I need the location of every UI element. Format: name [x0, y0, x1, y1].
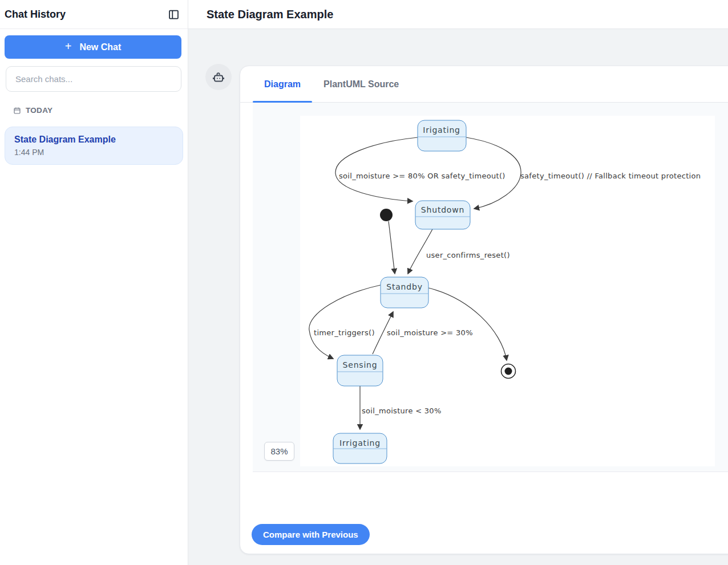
final-state	[501, 364, 516, 379]
avatar	[205, 64, 232, 90]
today-label: TODAY	[26, 106, 52, 115]
state-label: Shutdown	[421, 205, 464, 214]
plus-icon: +	[65, 40, 72, 53]
edge-standby-sensing	[309, 285, 381, 359]
zoom-level-value: 83%	[270, 446, 288, 456]
today-section-header: TODAY	[13, 106, 188, 115]
state-irigating-top: Irigating	[418, 120, 466, 151]
transition-label: safety_timeout() // Fallback timeout pro…	[520, 172, 701, 180]
tab-bar: Diagram PlantUML Source	[240, 66, 728, 103]
transition-label: soil_moisture >= 30%	[387, 328, 473, 337]
sidebar-toggle-icon[interactable]	[167, 8, 180, 21]
tab-plantuml-source-label: PlantUML Source	[323, 79, 399, 90]
diagram-viewport[interactable]: Irigating Shutdown Standby	[253, 103, 728, 472]
tab-diagram-label: Diagram	[264, 79, 301, 90]
transition-label: timer_triggers()	[314, 328, 375, 337]
compare-with-previous-button[interactable]: Compare with Previous	[252, 524, 370, 545]
state-label: Irigating	[423, 125, 460, 135]
app: Chat History + New Chat TODAY Sta	[0, 0, 728, 565]
state-sensing: Sensing	[337, 355, 383, 386]
transition-label: soil_moisture >= 80% OR safety_timeout()	[339, 172, 505, 180]
transition-label: soil_moisture < 30%	[362, 407, 442, 415]
state-standby: Standby	[381, 277, 428, 308]
state-shutdown: Shutdown	[415, 201, 470, 229]
new-chat-label: New Chat	[79, 42, 121, 52]
page-title: State Diagram Example	[207, 8, 333, 21]
state-irrigating-bottom: Irrigating	[333, 433, 387, 464]
edge-initial-standby	[389, 221, 395, 274]
chat-history-sidebar: Chat History + New Chat TODAY Sta	[0, 0, 188, 565]
chat-list-item[interactable]: State Diagram Example 1:44 PM	[5, 127, 183, 165]
tab-diagram[interactable]: Diagram	[253, 66, 312, 102]
chat-item-time: 1:44 PM	[14, 148, 173, 157]
state-diagram-svg: Irigating Shutdown Standby	[300, 116, 715, 466]
main-panel: State Diagram Example Diagram	[188, 0, 728, 565]
main-header: State Diagram Example	[188, 0, 728, 29]
initial-state-dot	[380, 209, 393, 221]
transition-label: user_confirms_reset()	[426, 251, 510, 259]
chat-content-area: Diagram PlantUML Source	[188, 29, 728, 565]
chat-item-title: State Diagram Example	[14, 135, 173, 145]
sidebar-title: Chat History	[5, 9, 66, 21]
compare-button-label: Compare with Previous	[263, 530, 358, 539]
new-chat-button[interactable]: + New Chat	[5, 35, 181, 59]
sidebar-header: Chat History	[0, 0, 188, 29]
state-label: Sensing	[343, 360, 378, 369]
edge-standby-final	[428, 288, 507, 360]
state-label: Standby	[386, 282, 423, 291]
search-input[interactable]	[6, 66, 181, 92]
calendar-icon	[13, 107, 21, 115]
robot-icon	[212, 70, 225, 84]
tab-plantuml-source[interactable]: PlantUML Source	[312, 66, 410, 102]
state-label: Irrigating	[339, 438, 381, 448]
zoom-level-badge[interactable]: 83%	[264, 442, 294, 461]
assistant-message-card: Diagram PlantUML Source	[240, 66, 728, 554]
edge-irigating-shutdown-left	[335, 137, 418, 201]
diagram-canvas: Irigating Shutdown Standby	[300, 116, 715, 466]
